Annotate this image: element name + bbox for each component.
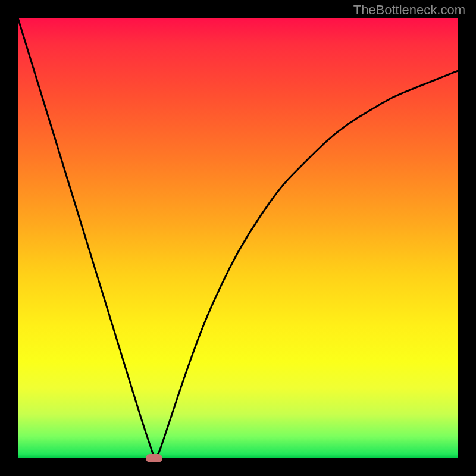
watermark-text: TheBottleneck.com [353,2,465,18]
chart-frame: TheBottleneck.com [0,0,476,476]
chart-plot-area [18,18,458,458]
bottleneck-curve-path [18,18,458,456]
minimum-marker [146,454,162,462]
bottleneck-curve [18,18,458,458]
